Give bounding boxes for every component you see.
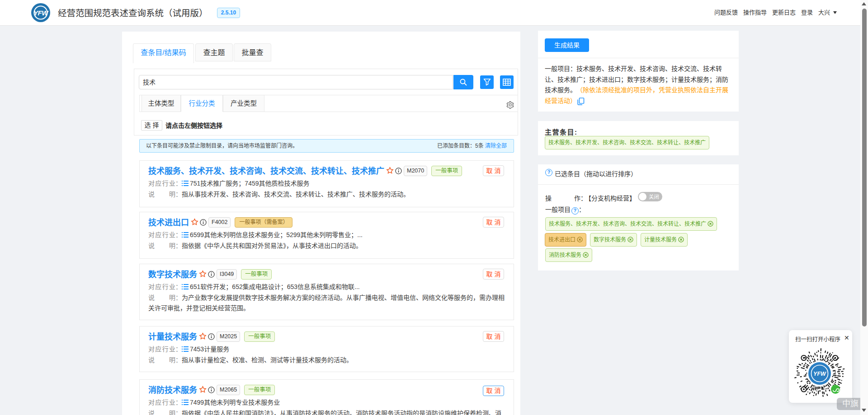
svg-text:YFW: YFW xyxy=(33,9,49,17)
svg-text:YFW: YFW xyxy=(813,371,826,377)
